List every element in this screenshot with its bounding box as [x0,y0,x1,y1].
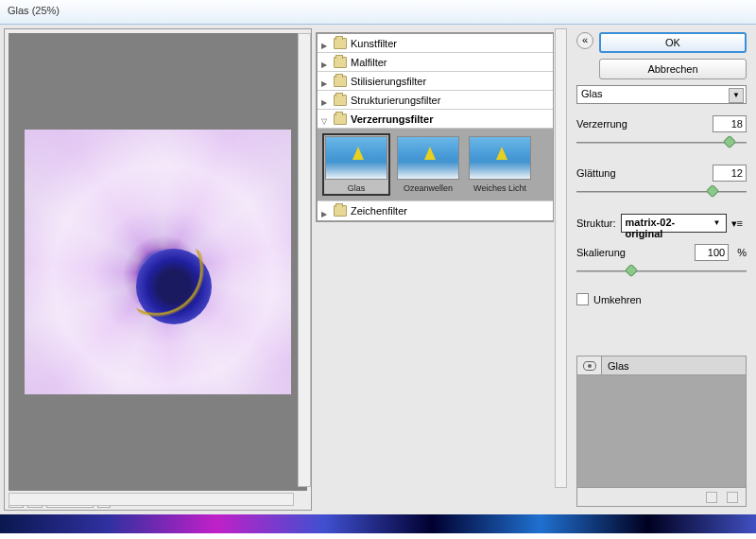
filter-type-value: Glas [581,88,603,99]
struktur-label: Struktur: [576,217,616,229]
category-malfilter[interactable]: Malfilter [318,53,553,72]
filter-thumbnails: Glas Ozeanwellen Weiches Licht [318,129,553,201]
expand-icon [321,96,330,104]
skalierung-label: Skalierung [576,247,689,258]
folder-icon [334,76,347,87]
folder-icon [334,113,347,125]
category-kunstfilter[interactable]: Kunstfilter [318,34,553,53]
verzerrung-input[interactable] [713,115,747,132]
title-bar: Glas (25%) [0,0,756,25]
category-label: Malfilter [351,57,387,68]
struktur-value: matrix-02-original [626,217,676,239]
umkehren-label: Umkehren [593,294,642,305]
folder-icon [334,95,347,106]
thumb-preview [469,136,531,180]
layer-name: Glas [602,360,635,372]
expand-icon [321,58,330,66]
category-label: Kunstfilter [351,38,397,49]
struktur-dropdown[interactable]: matrix-02-original [621,214,727,233]
glaettung-input[interactable] [713,165,747,182]
thumb-glas[interactable]: Glas [323,134,389,195]
category-label: Verzerrungsfilter [351,113,433,125]
thumb-label: Ozeanwellen [395,182,461,195]
preview-h-scrollbar[interactable] [9,493,294,506]
category-label: Stilisierungsfilter [351,76,426,87]
eye-icon [583,361,596,371]
filter-v-scrollbar[interactable] [555,28,567,488]
folder-icon [334,57,347,68]
category-label: Strukturierungsfilter [351,95,440,106]
thumb-ozeanwellen[interactable]: Ozeanwellen [395,134,461,195]
delete-layer-icon[interactable] [727,492,738,503]
thumb-preview [325,136,387,180]
skalierung-input[interactable] [695,244,729,261]
category-label: Zeichenfilter [351,205,407,217]
preview-image [25,130,291,394]
new-layer-icon[interactable] [706,492,717,503]
category-stilisierungsfilter[interactable]: Stilisierungsfilter [318,72,553,91]
preview-viewport[interactable] [9,33,307,491]
window-title: Glas (25%) [8,5,60,16]
taskbar-strip [0,514,756,533]
effect-layers-panel: Glas [576,356,747,507]
category-zeichenfilter[interactable]: Zeichenfilter [318,201,553,220]
verzerrung-slider[interactable] [576,136,747,149]
struktur-menu-icon[interactable]: ▾≡ [731,217,745,230]
umkehren-checkbox[interactable] [576,293,589,305]
filter-panel-empty [317,221,554,222]
thumb-preview [397,136,459,180]
cancel-button[interactable]: Abbrechen [599,59,747,79]
expand-icon [321,207,330,216]
category-strukturierungsfilter[interactable]: Strukturierungsfilter [318,91,553,110]
ok-button[interactable]: OK [599,32,747,53]
thumb-label: Glas [323,182,389,195]
thumb-weiches-licht[interactable]: Weiches Licht [467,134,533,195]
main-area: − + 25% Kunstfilter Malfilter Sti [0,25,756,514]
glaettung-slider[interactable] [576,185,747,199]
collapse-icon [321,114,330,123]
expand-icon [321,39,330,47]
layers-footer [577,487,746,506]
folder-icon [334,38,347,49]
visibility-toggle[interactable] [577,356,602,374]
layers-empty-area [577,375,746,487]
verzerrung-label: Verzerrung [576,118,707,130]
folder-icon [334,205,347,217]
category-verzerrungsfilter[interactable]: Verzerrungsfilter [318,110,553,129]
filter-categories-panel: Kunstfilter Malfilter Stilisierungsfilte… [316,32,554,222]
effect-layer-row[interactable]: Glas [577,356,746,375]
glaettung-label: Glättung [576,167,707,179]
preview-panel: − + 25% [4,28,312,511]
filter-type-dropdown[interactable]: Glas [576,85,747,104]
preview-v-scrollbar[interactable] [298,33,311,487]
expand-icon [321,77,330,85]
skalierung-slider[interactable] [576,265,747,278]
thumb-label: Weiches Licht [467,182,533,195]
controls-panel: « OK Abbrechen Glas Verzerrung Glättung [567,25,756,514]
skalierung-unit: % [737,247,747,258]
filter-category-list: Kunstfilter Malfilter Stilisierungsfilte… [317,33,554,221]
collapse-panel-button[interactable]: « [576,32,593,49]
